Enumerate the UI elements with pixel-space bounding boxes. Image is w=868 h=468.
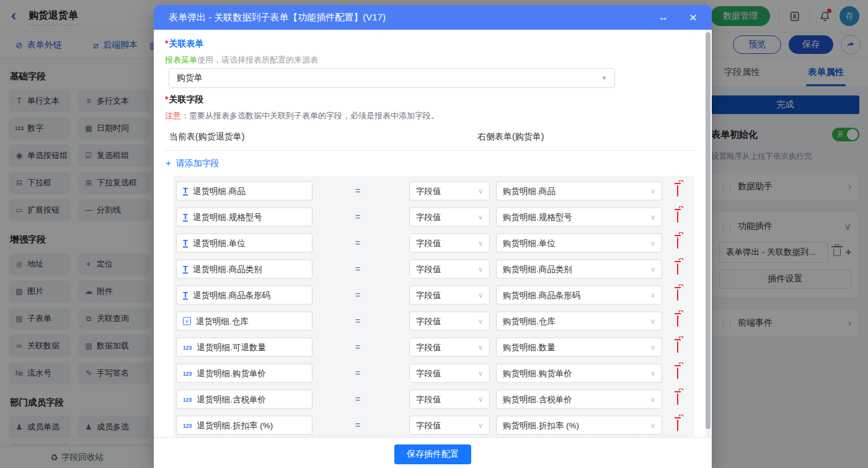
target-field-input[interactable]: T退货明细.规格型号 — [176, 208, 312, 227]
value-type-select[interactable]: 字段值∨ — [409, 312, 490, 331]
equals-sign: = — [355, 238, 360, 248]
modal-footer: 保存插件配置 — [154, 437, 712, 468]
equals-sign: = — [355, 316, 360, 326]
value-type-select[interactable]: 字段值∨ — [409, 208, 490, 227]
related-form-helper: 报表菜单使用，请选择报表所配置的来源表 — [165, 55, 318, 66]
trash-icon — [677, 316, 678, 327]
mapping-row: 123退货明细.可退数量 = 字段值∨ 购货明细.数量∨ — [174, 334, 694, 360]
chevron-down-icon: ∨ — [650, 422, 655, 430]
target-field-input[interactable]: 123退货明细.折扣率 (%) — [176, 416, 312, 435]
mapping-row: T退货明细.商品 = 字段值∨ 购货明细.商品∨ — [174, 178, 694, 204]
source-field-select[interactable]: 购货明细.折扣率 (%)∨ — [496, 416, 662, 435]
chevron-down-icon: ∨ — [650, 265, 655, 273]
close-icon[interactable]: × — [689, 11, 697, 24]
delete-row-button[interactable] — [677, 342, 678, 353]
trash-icon — [677, 211, 678, 223]
delete-row-button[interactable] — [677, 368, 678, 379]
source-form-select[interactable]: 购货单 ▼ — [169, 68, 615, 88]
chevron-down-icon: ∨ — [478, 239, 483, 247]
chevron-down-icon: ∨ — [650, 213, 655, 221]
source-field-select[interactable]: 购货明细.仓库∨ — [496, 312, 662, 331]
value-type-select[interactable]: 字段值∨ — [409, 390, 490, 409]
delete-row-button[interactable] — [677, 211, 678, 223]
field-mapping-list: T退货明细.商品 = 字段值∨ 购货明细.商品∨ T退货明细.规格型号 = 字段… — [174, 176, 694, 437]
chevron-down-icon: ∨ — [650, 291, 655, 299]
plugin-config-modal: 表单弹出 - 关联数据到子表单【功能插件配置】(V17) ↔ × *关联表单 报… — [154, 5, 712, 468]
delete-row-button[interactable] — [677, 420, 678, 431]
delete-row-button[interactable] — [677, 394, 678, 405]
chevron-down-icon: ∨ — [650, 395, 655, 404]
chevron-down-icon: ∨ — [478, 395, 483, 404]
equals-sign: = — [355, 264, 360, 274]
mapping-row: 123退货明细.折扣率 (%) = 字段值∨ 购货明细.折扣率 (%)∨ — [174, 412, 694, 437]
target-field-input[interactable]: T退货明细.单位 — [176, 234, 312, 253]
target-field-input[interactable]: 123退货明细.含税单价 — [176, 390, 312, 409]
trash-icon — [677, 289, 678, 301]
text-input-icon: T — [183, 187, 188, 195]
value-type-select[interactable]: 字段值∨ — [409, 338, 490, 357]
target-field-input[interactable]: T退货明细.商品类别 — [176, 260, 312, 279]
value-type-select[interactable]: 字段值∨ — [409, 364, 490, 383]
mapping-row: 123退货明细.含税单价 = 字段值∨ 购货明细.含税单价∨ — [174, 386, 694, 412]
trash-icon — [677, 394, 678, 405]
value-type-select[interactable]: 字段值∨ — [409, 260, 490, 279]
equals-sign: = — [355, 342, 360, 352]
number-field-icon: 123 — [183, 344, 192, 350]
add-field-link[interactable]: +请添加字段 — [166, 157, 219, 169]
source-field-select[interactable]: 购货明细.数量∨ — [496, 338, 662, 357]
target-field-input[interactable]: T退货明细.商品条形码 — [176, 286, 312, 305]
value-type-select[interactable]: 字段值∨ — [409, 234, 490, 253]
target-field-input[interactable]: ∨退货明细.仓库 — [176, 312, 312, 331]
value-type-select[interactable]: 字段值∨ — [409, 286, 490, 305]
modal-scrollbar-thumb[interactable] — [706, 32, 711, 429]
value-type-select[interactable]: 字段值∨ — [409, 182, 490, 201]
target-field-input[interactable]: T退货明细.商品 — [176, 182, 312, 201]
header-divider-line — [165, 150, 694, 151]
trash-icon — [677, 368, 678, 379]
mapping-row: T退货明细.商品类别 = 字段值∨ 购货明细.商品类别∨ — [174, 256, 694, 282]
target-field-input[interactable]: 123退货明细.可退数量 — [176, 338, 312, 357]
mapping-row: T退货明细.规格型号 = 字段值∨ 购货明细.规格型号∨ — [174, 204, 694, 230]
delete-row-button[interactable] — [677, 316, 678, 327]
chevron-down-icon: ∨ — [478, 265, 483, 273]
number-field-icon: 123 — [183, 422, 192, 428]
dropdown-triangle-icon: ▼ — [601, 75, 607, 81]
source-field-select[interactable]: 购货明细.商品条形码∨ — [496, 286, 662, 305]
trash-icon — [677, 185, 678, 196]
plus-icon: + — [166, 157, 171, 168]
mapping-row: ∨退货明细.仓库 = 字段值∨ 购货明细.仓库∨ — [174, 308, 694, 334]
chevron-down-icon: ∨ — [478, 422, 483, 430]
equals-sign: = — [355, 186, 360, 196]
source-field-select[interactable]: 购货明细.商品类别∨ — [496, 260, 662, 279]
right-form-header: 右侧表单(购货单) — [477, 131, 544, 143]
source-field-select[interactable]: 购货明细.商品∨ — [496, 182, 662, 201]
resize-arrows-icon[interactable]: ↔ — [658, 12, 668, 23]
chevron-down-icon: ∨ — [478, 343, 483, 351]
equals-sign: = — [355, 290, 360, 300]
source-field-select[interactable]: 购货明细.含税单价∨ — [496, 390, 662, 409]
number-field-icon: 123 — [183, 370, 192, 376]
modal-scrollbar[interactable] — [706, 30, 711, 468]
target-field-input[interactable]: 123退货明细.购货单价 — [176, 364, 312, 383]
delete-row-button[interactable] — [677, 289, 678, 301]
related-form-label: *关联表单 — [165, 38, 203, 50]
chevron-down-icon: ∨ — [478, 213, 483, 221]
value-type-select[interactable]: 字段值∨ — [409, 416, 490, 435]
modal-title: 表单弹出 - 关联数据到子表单【功能插件配置】(V17) — [169, 12, 658, 24]
delete-row-button[interactable] — [677, 237, 678, 249]
chevron-down-icon: ∨ — [650, 369, 655, 377]
text-input-icon: T — [183, 265, 188, 273]
trash-icon — [677, 342, 678, 353]
source-field-select[interactable]: 购货明细.规格型号∨ — [496, 208, 662, 227]
delete-row-button[interactable] — [677, 263, 678, 275]
save-plugin-config-button[interactable]: 保存插件配置 — [394, 444, 471, 464]
source-field-select[interactable]: 购货明细.购货单价∨ — [496, 364, 662, 383]
equals-sign: = — [355, 368, 360, 378]
app-root: ‹ 购货退货单 数据管理 存 ⊘ 表单外链 ⧄ 后端脚 — [0, 0, 868, 468]
trash-icon — [677, 263, 678, 275]
text-input-icon: T — [183, 239, 188, 247]
delete-row-button[interactable] — [677, 185, 678, 196]
mapping-row: T退货明细.单位 = 字段值∨ 购货明细.单位∨ — [174, 230, 694, 256]
chevron-down-icon: ∨ — [650, 343, 655, 351]
source-field-select[interactable]: 购货明细.单位∨ — [496, 234, 662, 253]
